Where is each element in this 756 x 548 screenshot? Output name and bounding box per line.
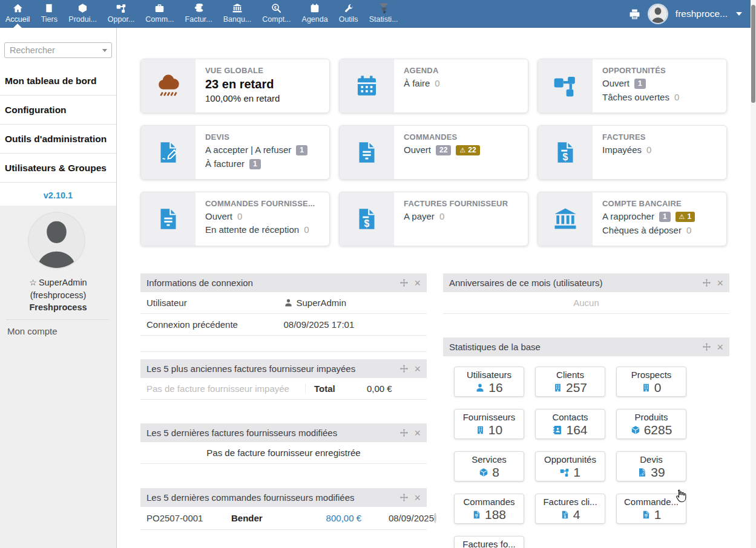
dashboard-box-devis[interactable]: DEVIS A accepter | A refuser1 À facturer… bbox=[140, 125, 330, 180]
dashboard-box-factures[interactable]: FACTURES Impayées0 bbox=[537, 125, 727, 180]
nav-item-produits[interactable]: Produi... bbox=[63, 0, 102, 28]
warning-badge[interactable]: ⚠1 bbox=[675, 212, 695, 222]
widget-birthdays: Anniversaires de ce mois (utilisateurs) … bbox=[443, 273, 729, 314]
left-sidebar: Mon tableau de bord Configuration Outils… bbox=[0, 28, 117, 548]
sidebar-item-outils-administration[interactable]: Outils d'administration bbox=[0, 125, 116, 154]
sidebar-item-utilisateurs-groupes[interactable]: Utilisateurs & Groupes bbox=[0, 154, 116, 183]
dashboard-box-opportunites[interactable]: OPPORTUNITÉS Ouvert1 Tâches ouvertes0 bbox=[537, 59, 727, 113]
order-ref[interactable]: PO2507-0001 bbox=[146, 513, 231, 523]
nav-label: Comm... bbox=[145, 15, 174, 24]
supplier-name[interactable]: Bender bbox=[231, 513, 301, 523]
dashboard-box-commandes-fournisseur[interactable]: COMMANDES FOURNISSE... Ouvert0 En attent… bbox=[140, 192, 330, 246]
stat-tile-services[interactable]: Services 8 bbox=[454, 451, 524, 481]
box-link[interactable]: Ouvert bbox=[205, 211, 232, 221]
nav-item-accueil[interactable]: Accueil bbox=[0, 0, 35, 28]
nav-item-agenda[interactable]: Agenda bbox=[297, 0, 334, 28]
close-icon[interactable]: × bbox=[414, 428, 421, 439]
search-dropdown-caret-icon[interactable] bbox=[102, 49, 107, 52]
box-link[interactable]: Ouvert bbox=[404, 145, 431, 155]
count-badge[interactable]: 1 bbox=[659, 212, 671, 222]
file-order-icon bbox=[340, 126, 394, 179]
dashboard-box-compte-bancaire[interactable]: COMPTE BANCAIRE A rapprocher1⚠1 Chèques … bbox=[537, 192, 727, 246]
dashboard-box-commandes[interactable]: COMMANDES Ouvert22⚠22 bbox=[339, 125, 528, 180]
nav-item-tiers[interactable]: Tiers bbox=[35, 0, 63, 28]
sitemap-icon bbox=[538, 59, 593, 113]
stat-tile-contacts[interactable]: Contacts 164 bbox=[535, 409, 605, 439]
count-badge[interactable]: 22 bbox=[436, 145, 451, 155]
widget-db-statistics: Statistiques de la base × bbox=[443, 338, 729, 356]
box-link[interactable]: À faire bbox=[404, 78, 430, 88]
box-link[interactable]: À facturer bbox=[205, 158, 245, 169]
nav-item-outils[interactable]: Outils bbox=[334, 0, 364, 28]
box-link[interactable]: Tâches ouvertes bbox=[602, 92, 669, 102]
box-title: DEVIS bbox=[205, 132, 321, 142]
count-badge[interactable]: 1 bbox=[634, 79, 646, 89]
dashboard-box-vue-globale[interactable]: VUE GLOBALE 23 en retard 100,00% en reta… bbox=[140, 59, 330, 113]
count-badge[interactable]: 1 bbox=[296, 145, 307, 155]
close-icon[interactable]: × bbox=[717, 278, 723, 289]
box-title: OPPORTUNITÉS bbox=[602, 66, 718, 75]
search-input[interactable] bbox=[4, 42, 112, 58]
status-circle-icon[interactable] bbox=[434, 513, 436, 523]
table-row: Connexion précédente 08/09/2025 17:01 bbox=[140, 314, 427, 336]
move-icon[interactable] bbox=[399, 493, 409, 502]
dashboard-box-agenda[interactable]: AGENDA À faire0 bbox=[339, 59, 528, 113]
stat-tile-clients[interactable]: Clients 257 bbox=[535, 367, 605, 397]
building-icon bbox=[44, 2, 54, 14]
box-link[interactable]: Impayées bbox=[602, 145, 642, 155]
stat-tile-commandes[interactable]: Commandes 188 bbox=[454, 494, 524, 524]
stat-tile-devis[interactable]: Devis 39 bbox=[616, 451, 686, 481]
move-icon[interactable] bbox=[399, 428, 409, 437]
nav-item-banque[interactable]: Banqu... bbox=[218, 0, 257, 28]
stat-tile-factures-clients[interactable]: Factures cli... 4 bbox=[535, 494, 605, 524]
box-link[interactable]: A rapprocher bbox=[602, 211, 654, 221]
stat-tile-factures-fournisseur[interactable]: Factures fo... bbox=[454, 536, 524, 548]
move-icon[interactable] bbox=[399, 364, 409, 373]
user-avatar[interactable] bbox=[649, 5, 667, 23]
box-link[interactable]: A payer bbox=[404, 211, 435, 221]
print-icon[interactable] bbox=[629, 8, 640, 20]
box-link[interactable]: Chèques à déposer bbox=[602, 225, 682, 235]
order-amount-link[interactable]: 800,00 € bbox=[301, 513, 361, 523]
nav-item-facturation[interactable]: Factur... bbox=[180, 0, 218, 28]
move-icon[interactable] bbox=[702, 342, 711, 351]
user-icon bbox=[284, 298, 293, 307]
nav-label: Agenda bbox=[302, 15, 328, 24]
version-link[interactable]: v2.10.1 bbox=[0, 191, 116, 200]
table-row: Utilisateur SuperAdmin bbox=[140, 292, 427, 314]
sidebar-item-configuration[interactable]: Configuration bbox=[0, 96, 116, 125]
close-icon[interactable]: × bbox=[717, 342, 723, 353]
dashboard-box-factures-fournisseur[interactable]: FACTURES FOURNISSEUR A payer0 bbox=[339, 192, 528, 246]
stat-tile-produits[interactable]: Produits 6285 bbox=[616, 409, 686, 439]
nav-item-comptabilite[interactable]: Compt... bbox=[257, 0, 296, 28]
stat-tile-opportunites[interactable]: Opportunités 1 bbox=[535, 451, 605, 481]
file-dollar-icon bbox=[538, 126, 593, 179]
box-link[interactable]: Ouvert bbox=[602, 78, 629, 88]
stat-tile-prospects[interactable]: Prospects 0 bbox=[616, 367, 686, 397]
count-badge[interactable]: 1 bbox=[249, 159, 261, 169]
scrollbar-thumb[interactable] bbox=[751, 5, 755, 103]
user-login: (freshprocess) bbox=[0, 290, 116, 300]
sidebar-item-tableau-de-bord[interactable]: Mon tableau de bord bbox=[0, 67, 116, 96]
stat-tile-utilisateurs[interactable]: Utilisateurs 16 bbox=[454, 367, 524, 397]
row-value[interactable]: SuperAdmin bbox=[297, 298, 347, 308]
sitemap-icon bbox=[560, 468, 570, 477]
stat-tile-commandes-fournisseur[interactable]: Commande... 1 bbox=[616, 494, 686, 524]
box-link[interactable]: A accepter | A refuser bbox=[205, 145, 291, 155]
vertical-scrollbar[interactable] bbox=[751, 0, 756, 548]
user-menu[interactable]: freshproce... bbox=[675, 8, 728, 19]
close-icon[interactable]: × bbox=[414, 278, 421, 289]
move-icon[interactable] bbox=[702, 278, 711, 287]
user-photo-avatar[interactable] bbox=[29, 213, 84, 268]
box-link[interactable]: En attente de réception bbox=[205, 224, 299, 235]
my-account-link[interactable]: Mon compte bbox=[7, 326, 58, 336]
close-icon[interactable]: × bbox=[414, 364, 421, 374]
nav-item-commerce[interactable]: Comm... bbox=[140, 0, 179, 28]
close-icon[interactable]: × bbox=[414, 492, 421, 503]
nav-item-statistiques[interactable]: Statisti... bbox=[364, 0, 404, 28]
warning-badge[interactable]: ⚠22 bbox=[456, 145, 479, 155]
move-icon[interactable] bbox=[399, 278, 409, 287]
nav-item-opportunites[interactable]: Oppor... bbox=[102, 0, 140, 28]
stat-tile-fournisseurs[interactable]: Fournisseurs 10 bbox=[454, 409, 524, 439]
chevron-down-icon[interactable] bbox=[736, 12, 742, 16]
